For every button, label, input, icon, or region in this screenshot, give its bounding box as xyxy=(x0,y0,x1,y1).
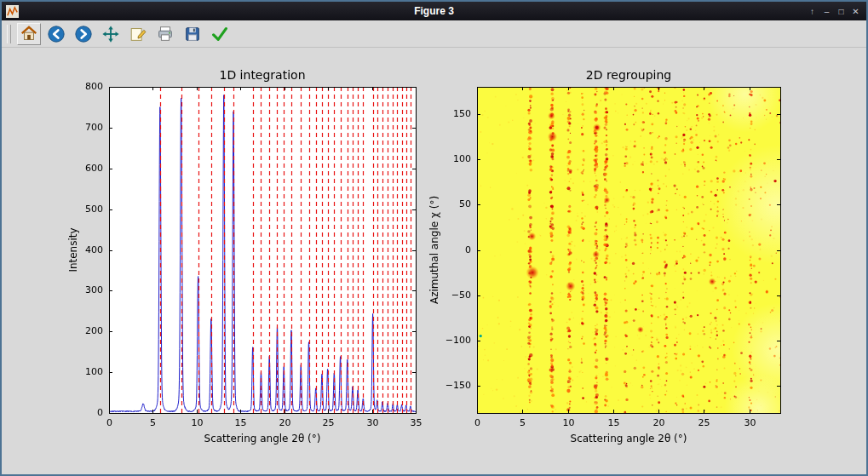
window-title: Figure 3 xyxy=(2,2,866,20)
close-button[interactable]: ✕ xyxy=(848,4,863,18)
back-button[interactable] xyxy=(44,23,68,45)
window-controls: ↑ – □ ✕ xyxy=(805,4,866,18)
back-icon xyxy=(47,25,66,43)
print-button[interactable] xyxy=(153,23,177,45)
save-icon xyxy=(183,25,202,43)
edit-icon xyxy=(129,25,147,43)
toolbar xyxy=(2,20,866,48)
figure-canvas[interactable] xyxy=(2,48,866,474)
check-icon xyxy=(210,25,229,43)
pan-button[interactable] xyxy=(99,23,123,45)
toolbar-handle[interactable] xyxy=(7,25,11,43)
maximize-button[interactable]: □ xyxy=(834,4,848,18)
app-icon xyxy=(6,5,19,18)
print-icon xyxy=(156,25,175,43)
home-button[interactable] xyxy=(17,23,41,45)
apply-button[interactable] xyxy=(208,23,232,45)
minimize-button[interactable]: – xyxy=(819,4,834,18)
figure-window: Figure 3 ↑ – □ ✕ xyxy=(0,0,868,476)
home-icon xyxy=(20,25,38,43)
forward-icon xyxy=(74,25,93,43)
raise-button[interactable]: ↑ xyxy=(805,4,819,18)
save-button[interactable] xyxy=(181,23,204,45)
forward-button[interactable] xyxy=(72,23,95,45)
pan-icon xyxy=(101,25,120,43)
edit-button[interactable] xyxy=(126,23,150,45)
titlebar[interactable]: Figure 3 ↑ – □ ✕ xyxy=(2,2,866,20)
